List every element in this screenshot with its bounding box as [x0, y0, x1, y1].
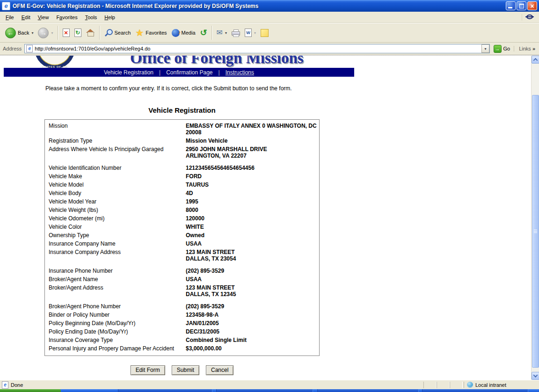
menu-bar: FileEditViewFavoritesToolsHelp	[0, 12, 539, 23]
status-panel	[450, 382, 463, 388]
cancel-button[interactable]: Cancel	[206, 365, 233, 375]
address-input[interactable]: e http://ofmsntsorw1:7010/eGov/app/vehic…	[24, 44, 489, 53]
edit-dropdown-icon: ▾	[254, 31, 256, 35]
menu-tools[interactable]: Tools	[81, 13, 101, 22]
status-left: e Done	[2, 381, 423, 389]
links-label: Links	[519, 46, 531, 51]
vehicle-registration-table: MissionEMBASSY OF ITALY ANNEX 0 WASHINGT…	[44, 119, 320, 356]
brand-icon	[522, 14, 535, 21]
search-button[interactable]: Search	[102, 27, 133, 38]
vertical-scrollbar[interactable]	[531, 56, 539, 380]
field-label: Personal Injury and Propery Damage Per A…	[45, 345, 183, 352]
window-titlebar: e OFM E-Gov: Vehicle Registration - Micr…	[0, 0, 539, 12]
media-label: Media	[182, 30, 196, 36]
field-label: Vehicle Model	[45, 181, 183, 188]
back-dropdown-icon[interactable]: ▾	[31, 31, 33, 35]
taskbar-item[interactable]	[118, 389, 212, 392]
table-row: Insurance Company NameUSAA	[45, 240, 319, 248]
taskbar-item[interactable]	[422, 389, 528, 392]
links-menu[interactable]: Links »	[514, 46, 535, 51]
toolbar-separator	[99, 26, 100, 40]
scroll-down-button[interactable]	[532, 372, 539, 380]
nav-item-instructions[interactable]: Instructions	[226, 69, 254, 76]
toolbar-separator	[211, 26, 212, 40]
menu-edit[interactable]: Edit	[18, 13, 34, 22]
table-row: Insurance Company Address123 MAIN STREET…	[45, 248, 319, 267]
table-row: Binder or Policy Number123458-98-A	[45, 311, 319, 319]
mail-icon: ✉	[217, 29, 223, 36]
mail-button[interactable]: ✉ ▾	[214, 28, 229, 38]
close-button[interactable]: ×	[527, 1, 537, 10]
start-button-fragment[interactable]	[0, 389, 61, 392]
field-label: Address Where Vehicle Is Principally Gar…	[45, 146, 183, 159]
stop-button[interactable]: ✕	[60, 27, 72, 38]
address-url[interactable]: http://ofmsntsorw1:7010/eGov/app/vehicle…	[35, 46, 481, 51]
window-title: OFM E-Gov: Vehicle Registration - Micros…	[13, 3, 505, 9]
table-row: Address Where Vehicle Is Principally Gar…	[45, 145, 319, 164]
history-button[interactable]: ↺	[198, 28, 210, 38]
favorites-button[interactable]: ★ Favorites	[133, 28, 169, 38]
address-dropdown-button[interactable]: ▾	[481, 44, 489, 53]
edit-with-word-button[interactable]: W ▾	[242, 27, 258, 38]
menu-favorites[interactable]: Favorites	[52, 13, 81, 22]
field-value: USAA	[183, 276, 319, 283]
field-value: 2950 JOHN MARSHALL DRIVE ARLINGTON, VA 2…	[183, 146, 319, 159]
table-row: Policy Ending Date (Mo/Day/Yr)DEC/31/200…	[45, 327, 319, 336]
word-icon: W	[245, 29, 252, 37]
field-value: 1995	[183, 198, 319, 205]
search-icon	[104, 29, 113, 37]
print-button[interactable]	[229, 28, 242, 38]
links-chevron-icon: »	[532, 46, 535, 51]
field-value: 4D	[183, 190, 319, 196]
favorites-label: Favorites	[146, 30, 167, 36]
minimize-button[interactable]	[506, 1, 516, 10]
mail-dropdown-icon[interactable]: ▾	[225, 31, 227, 35]
discuss-button[interactable]	[258, 28, 271, 38]
globe-icon	[467, 382, 473, 388]
menu-view[interactable]: View	[34, 13, 53, 22]
status-bar: e Done Local intranet	[0, 380, 539, 389]
field-label: Policy Beginning Date (Mo/Day/Yr)	[45, 320, 183, 327]
toolbar: ← Back ▾ → ▾ ✕ ↻ Search ★ Favorites ♪ Me…	[0, 23, 539, 43]
submit-button[interactable]: Submit	[172, 365, 199, 375]
nav-item-confirmation-page[interactable]: Confirmation Page	[166, 69, 212, 76]
field-value: 123 MAIN STREET DALLAS, TX 12345	[183, 284, 319, 298]
browser-viewport: STATES OF AM Office of Foreign Missions …	[0, 56, 531, 380]
field-value: Combined Single Limit	[183, 337, 319, 343]
nav-item-vehicle-registration[interactable]: Vehicle Registration	[104, 69, 153, 76]
field-value: 1212345654564654654456	[183, 165, 319, 171]
table-row: Vehicle MakeFORD	[45, 172, 319, 181]
field-label: Insurance Phone Number	[45, 268, 183, 274]
windows-taskbar[interactable]	[0, 389, 539, 392]
minimize-icon	[508, 7, 512, 8]
stop-icon: ✕	[63, 29, 70, 37]
field-label: Vehicle Odometer (mi)	[45, 215, 183, 222]
restore-button[interactable]	[517, 1, 526, 10]
field-label: Insurance Company Address	[45, 249, 183, 262]
taskbar-item[interactable]	[216, 389, 313, 392]
scroll-up-button[interactable]	[532, 56, 539, 64]
field-value: WHITE	[183, 224, 319, 230]
field-label: Vehicle Color	[45, 224, 183, 230]
us-seal-image: STATES OF AM	[35, 56, 75, 69]
field-value: JAN/01/2005	[183, 320, 319, 327]
go-button[interactable]: → Go	[494, 45, 510, 53]
menu-help[interactable]: Help	[101, 13, 119, 22]
security-zone: Local intranet	[464, 382, 537, 388]
refresh-button[interactable]: ↻	[72, 27, 84, 38]
taskbar-item[interactable]	[317, 389, 419, 392]
home-button[interactable]	[84, 28, 97, 38]
scrollbar-thumb[interactable]	[532, 95, 539, 368]
media-button[interactable]: ♪ Media	[169, 28, 198, 38]
field-label: Vehicle Model Year	[45, 198, 183, 205]
field-value: 123 MAIN STREET DALLAS, TX 23054	[183, 249, 319, 262]
menu-file[interactable]: File	[2, 13, 18, 22]
field-label: Ownership Type	[45, 232, 183, 239]
table-row: Vehicle Identification Number12123456545…	[45, 164, 319, 172]
back-button[interactable]: ← Back ▾	[3, 26, 36, 40]
field-value: USAA	[183, 240, 319, 247]
edit-form-button[interactable]: Edit Form	[131, 365, 165, 375]
back-label: Back	[18, 30, 29, 36]
forward-button[interactable]: → ▾	[36, 26, 55, 40]
close-icon: ×	[528, 2, 537, 10]
